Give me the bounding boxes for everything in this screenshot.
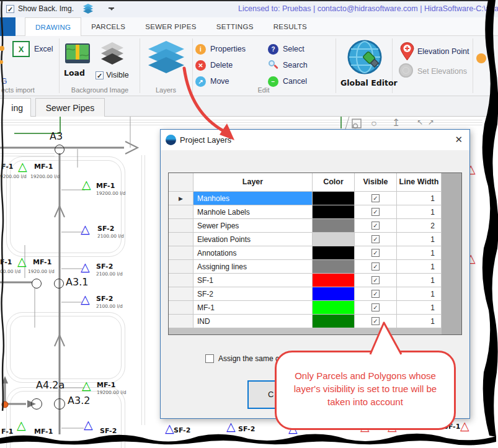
layer-color-swatch[interactable] bbox=[313, 260, 355, 274]
search-button[interactable]: Search bbox=[268, 57, 308, 73]
visible-checkbox[interactable]: ✓ bbox=[371, 235, 380, 243]
edit-column-2: ?SelectSearch−Cancel bbox=[268, 41, 308, 89]
layer-name-cell[interactable]: Annotations bbox=[193, 246, 313, 260]
layer-name-cell[interactable]: Elevation Points bbox=[193, 233, 313, 246]
layer-name-cell[interactable]: Manhole Labels bbox=[193, 205, 313, 219]
table-scrollbar[interactable] bbox=[442, 173, 461, 334]
select-button[interactable]: ?Select bbox=[268, 41, 308, 57]
layer-visible-cell[interactable]: ✓ bbox=[355, 233, 397, 246]
assign-color-checkbox[interactable] bbox=[205, 354, 214, 363]
layer-color-swatch[interactable] bbox=[313, 301, 355, 315]
load-background-button[interactable]: Load bbox=[64, 43, 91, 66]
excel-import-button[interactable]: X Excel bbox=[12, 41, 53, 57]
table-row[interactable]: Sewer Pipes✓2 bbox=[169, 219, 461, 233]
table-row[interactable]: MF-1✓1 bbox=[169, 301, 461, 315]
tab-parcels[interactable]: PARCELS bbox=[81, 17, 135, 36]
visible-checkbox[interactable]: ✓ bbox=[371, 222, 380, 230]
tab-settings[interactable]: SETTINGS bbox=[207, 17, 264, 36]
layer-visible-cell[interactable]: ✓ bbox=[355, 287, 397, 301]
line-width-cell[interactable]: 1 bbox=[397, 205, 442, 219]
parcel-type-label: F-1 bbox=[1, 428, 13, 436]
layer-visible-cell[interactable]: ✓ bbox=[355, 192, 397, 205]
tab-drawing-partial[interactable]: ing bbox=[0, 98, 31, 117]
visible-checkbox[interactable]: ✓ bbox=[371, 249, 380, 257]
line-width-cell[interactable]: 1 bbox=[397, 233, 442, 246]
flow-value-label: 9200.00 l/d bbox=[0, 174, 27, 179]
layer-visible-cell[interactable]: ✓ bbox=[355, 260, 397, 274]
global-editor-button[interactable]: Global Editor bbox=[340, 40, 389, 77]
parcel-triangle-marker: △ bbox=[81, 261, 90, 273]
tab-sewer-pipes[interactable]: SEWER PIPES bbox=[135, 17, 207, 36]
dialog-titlebar[interactable]: Project Layers ✕ bbox=[161, 130, 469, 150]
row-selector bbox=[169, 205, 193, 219]
layer-color-swatch[interactable] bbox=[313, 287, 355, 301]
line-width-cell[interactable]: 1 bbox=[397, 274, 442, 287]
elevation-point-button[interactable] bbox=[400, 42, 414, 63]
table-row[interactable]: SF-2✓1 bbox=[169, 287, 461, 301]
document-tab-row: ing Sewer Pipes bbox=[0, 96, 498, 117]
layer-color-swatch[interactable] bbox=[313, 192, 355, 205]
visible-checkbox[interactable]: ✓ bbox=[371, 262, 380, 271]
line-width-cell[interactable]: 1 bbox=[397, 192, 442, 205]
close-icon[interactable]: ✕ bbox=[455, 134, 463, 145]
layer-name-cell[interactable]: IND bbox=[193, 315, 313, 328]
layer-name-cell[interactable]: Manholes bbox=[193, 192, 313, 205]
visible-checkbox[interactable]: ✓ bbox=[371, 208, 380, 216]
layer-name-cell[interactable]: Sewer Pipes bbox=[193, 219, 313, 233]
layer-visible-cell[interactable]: ✓ bbox=[355, 219, 397, 233]
row-selector bbox=[169, 315, 193, 328]
tab-sewer-pipes[interactable]: Sewer Pipes bbox=[35, 98, 105, 117]
layer-color-swatch[interactable] bbox=[313, 315, 355, 328]
layer-visible-cell[interactable]: ✓ bbox=[355, 301, 397, 315]
manhole-circle bbox=[54, 279, 64, 289]
table-row[interactable]: IND✓1 bbox=[169, 315, 461, 328]
layer-visible-cell[interactable]: ✓ bbox=[355, 205, 397, 219]
line-width-cell[interactable]: 1 bbox=[397, 287, 442, 301]
dialog-title: Project Layers bbox=[180, 135, 231, 145]
move-button[interactable]: ↗Move bbox=[195, 73, 246, 89]
table-row[interactable]: Assigning lines✓1 bbox=[169, 260, 461, 274]
set-elevations-label[interactable]: Set Elevations bbox=[417, 67, 467, 76]
table-row[interactable]: SF-1✓1 bbox=[169, 274, 461, 287]
table-row[interactable]: ▶Manholes✓1 bbox=[169, 192, 461, 205]
properties-button[interactable]: iProperties bbox=[195, 41, 246, 57]
dropdown-filter-icon[interactable] bbox=[109, 7, 114, 10]
visible-checkbox[interactable] bbox=[96, 71, 104, 79]
tab-drawing[interactable]: DRAWING bbox=[25, 17, 81, 36]
visible-checkbox[interactable]: ✓ bbox=[371, 290, 380, 298]
parcel-triangle-marker: △ bbox=[81, 293, 90, 305]
layer-color-swatch[interactable] bbox=[313, 205, 355, 219]
file-tab[interactable] bbox=[0, 17, 16, 36]
visible-checkbox[interactable]: ✓ bbox=[371, 276, 380, 284]
layer-color-swatch[interactable] bbox=[313, 219, 355, 233]
parcel-triangle-marker: △ bbox=[460, 420, 469, 432]
visible-checkbox[interactable]: ✓ bbox=[371, 194, 380, 202]
table-row[interactable]: Manhole Labels✓1 bbox=[169, 205, 461, 219]
layer-visible-cell[interactable]: ✓ bbox=[355, 274, 397, 287]
table-row[interactable]: Annotations✓1 bbox=[169, 246, 461, 260]
node-label: A3.2 bbox=[68, 395, 90, 406]
layer-color-swatch[interactable] bbox=[313, 274, 355, 287]
layer-name-cell[interactable]: SF-1 bbox=[193, 274, 313, 287]
layer-color-swatch[interactable] bbox=[313, 246, 355, 260]
visible-checkbox[interactable]: ✓ bbox=[371, 303, 380, 311]
layer-name-cell[interactable]: Assigning lines bbox=[193, 260, 313, 274]
line-width-cell[interactable]: 1 bbox=[397, 246, 442, 260]
parcel-type-label: SF-2 bbox=[100, 427, 117, 435]
parcel-triangle-marker: △ bbox=[226, 421, 236, 432]
table-row[interactable]: Elevation Points✓1 bbox=[169, 233, 461, 246]
line-width-cell[interactable]: 1 bbox=[397, 260, 442, 274]
header-selector bbox=[169, 173, 193, 192]
line-width-cell[interactable]: 2 bbox=[397, 219, 442, 233]
layer-name-cell[interactable]: MF-1 bbox=[193, 301, 313, 315]
show-background-checkbox[interactable] bbox=[6, 5, 14, 13]
layers-icon[interactable] bbox=[82, 4, 94, 14]
layer-visible-cell[interactable]: ✓ bbox=[355, 246, 397, 260]
layer-color-swatch[interactable] bbox=[313, 233, 355, 246]
layer-name-cell[interactable]: SF-2 bbox=[193, 287, 313, 301]
tab-results[interactable]: RESULTS bbox=[264, 17, 317, 36]
line-width-cell[interactable]: 1 bbox=[397, 301, 442, 315]
select-icon: ? bbox=[268, 44, 278, 55]
layers-button[interactable] bbox=[146, 41, 186, 77]
delete-button[interactable]: ✕Delete bbox=[195, 57, 246, 73]
